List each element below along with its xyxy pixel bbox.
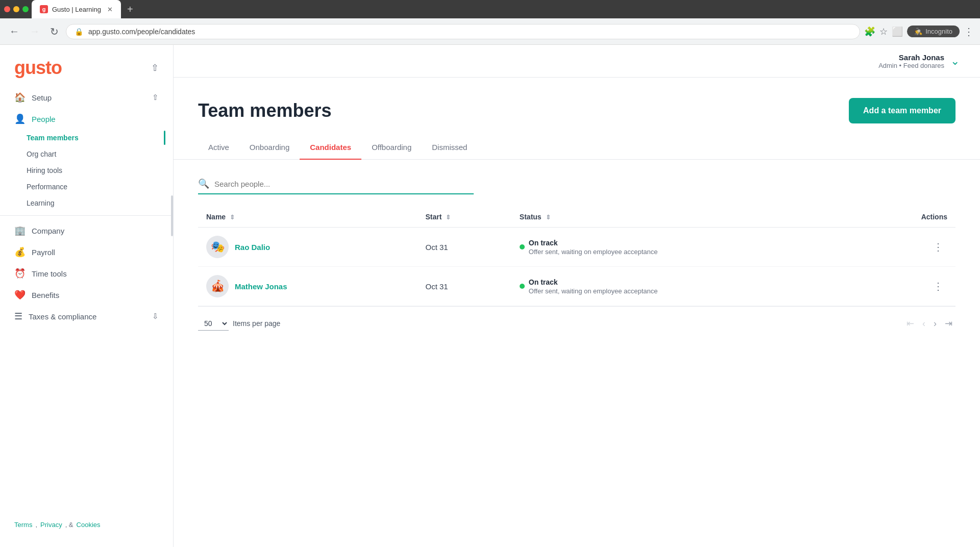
search-input[interactable] (214, 180, 474, 188)
cookies-link[interactable]: Cookies (77, 521, 101, 529)
row-2-start: Oct 31 (417, 267, 511, 306)
person-link-rao[interactable]: Rao Dalio (235, 243, 270, 252)
sidebar-item-setup[interactable]: 🏠 Setup ⇧ (0, 87, 173, 108)
forward-button[interactable]: → (27, 22, 43, 40)
person-link-mathew[interactable]: Mathew Jonas (235, 282, 287, 291)
sidebar-company-label: Company (32, 227, 64, 235)
benefits-icon: ❤️ (14, 289, 26, 300)
sidebar-sub-item-learning[interactable]: Learning (0, 195, 173, 211)
privacy-link[interactable]: Privacy (40, 521, 62, 529)
status-row: On track Offer sent, waiting on employee… (520, 239, 851, 256)
sidebar-sub-item-team-members[interactable]: Team members (0, 130, 173, 146)
sidebar-taxes-label: Taxes & compliance (29, 312, 96, 321)
table-row: 🎭 Rao Dalio Oct 31 On track (198, 228, 955, 267)
tab-candidates[interactable]: Candidates (300, 136, 361, 160)
people-icon: 👤 (14, 113, 26, 124)
status-label: On track (529, 239, 658, 247)
tab-dismissed[interactable]: Dismissed (422, 136, 477, 160)
per-page-select[interactable]: 50 10 25 100 (198, 317, 229, 331)
taxes-chevron-down-icon: ⇩ (152, 312, 159, 321)
reload-button[interactable]: ↻ (47, 22, 62, 41)
tab-search-button[interactable]: ⬜ (892, 26, 903, 37)
col-start[interactable]: Start ⇕ (417, 207, 511, 228)
sidebar-item-time-tools[interactable]: ⏰ Time tools (0, 263, 173, 284)
sidebar-collapse-btn[interactable]: ⇧ (151, 62, 159, 73)
scroll-track (171, 45, 173, 547)
user-role: Admin • Feed donares (878, 62, 944, 69)
incognito-badge: 🕵️ Incognito (907, 26, 960, 37)
table-area: Name ⇕ Start ⇕ Status ⇕ (174, 194, 980, 353)
sidebar-item-benefits[interactable]: ❤️ Benefits (0, 284, 173, 306)
sidebar-sub-item-hiring-tools[interactable]: Hiring tools (0, 162, 173, 179)
status-sub: Offer sent, waiting on employee acceptan… (529, 248, 658, 256)
person-cell: 🎪 Mathew Jonas (206, 275, 409, 297)
time-tools-icon: ⏰ (14, 268, 26, 279)
page-last-button[interactable]: ⇥ (942, 315, 955, 332)
table-row: 🎪 Mathew Jonas Oct 31 On track (198, 267, 955, 306)
row-2-actions-button[interactable]: ⋮ (929, 278, 947, 294)
sidebar-item-taxes[interactable]: ☰ Taxes & compliance ⇩ (0, 306, 173, 327)
tab-favicon: g (40, 5, 48, 13)
person-cell: 🎭 Rao Dalio (206, 236, 409, 258)
row-2-actions: ⋮ (860, 267, 955, 306)
team-members-label: Team members (27, 134, 79, 142)
status-label: On track (529, 278, 658, 286)
sidebar-item-payroll[interactable]: 💰 Payroll (0, 241, 173, 263)
new-tab-icon[interactable]: + (123, 4, 137, 15)
search-area: 🔍 (174, 160, 980, 194)
tab-active[interactable]: Active (198, 136, 239, 160)
status-sub: Offer sent, waiting on employee acceptan… (529, 287, 658, 295)
logo: gusto (14, 57, 62, 79)
tab-onboarding[interactable]: Onboarding (239, 136, 300, 160)
sort-name-icon: ⇕ (230, 214, 235, 221)
address-bar[interactable]: 🔒 app.gusto.com/people/candidates (66, 24, 860, 39)
active-tab[interactable]: g Gusto | Learning ✕ (32, 0, 121, 18)
tabs-container: Active Onboarding Candidates Offboarding… (174, 136, 980, 160)
hiring-tools-label: Hiring tools (27, 166, 62, 174)
org-chart-label: Org chart (27, 150, 56, 158)
page-nav: ⇤ ‹ › ⇥ (903, 315, 955, 332)
user-menu[interactable]: Sarah Jonas Admin • Feed donares ⌄ (878, 53, 960, 69)
learning-label: Learning (27, 199, 55, 207)
menu-button[interactable]: ⋮ (964, 26, 974, 38)
sidebar-item-people[interactable]: 👤 People (0, 108, 173, 130)
scroll-thumb (171, 195, 173, 236)
sidebar-item-company[interactable]: 🏢 Company (0, 220, 173, 241)
col-status[interactable]: Status ⇕ (511, 207, 860, 228)
tab-close-icon[interactable]: ✕ (107, 6, 113, 13)
sidebar-item-label: Setup (32, 93, 52, 102)
company-icon: 🏢 (14, 225, 26, 236)
extensions-button[interactable]: 🧩 (864, 26, 875, 37)
sidebar-benefits-label: Benefits (32, 291, 59, 299)
terms-link[interactable]: Terms (14, 521, 32, 529)
avatar: 🎪 (206, 275, 229, 297)
sidebar-sub-item-performance[interactable]: Performance (0, 179, 173, 195)
search-container: 🔍 (198, 174, 474, 194)
row-2-name-cell: 🎪 Mathew Jonas (198, 267, 417, 306)
page-first-button[interactable]: ⇤ (903, 315, 917, 332)
row-1-actions: ⋮ (860, 228, 955, 267)
back-button[interactable]: ← (6, 22, 22, 40)
add-team-member-button[interactable]: Add a team member (849, 98, 955, 123)
row-1-actions-button[interactable]: ⋮ (929, 239, 947, 255)
bookmark-button[interactable]: ☆ (879, 26, 888, 37)
taxes-icon: ☰ (14, 311, 22, 322)
row-1-status: On track Offer sent, waiting on employee… (511, 228, 860, 267)
sidebar-footer: Terms , Privacy , & Cookies (0, 509, 173, 537)
avatar: 🎭 (206, 236, 229, 258)
page-prev-button[interactable]: ‹ (919, 315, 928, 332)
page-next-button[interactable]: › (930, 315, 940, 332)
search-icon: 🔍 (198, 178, 209, 189)
sidebar-sub-item-org-chart[interactable]: Org chart (0, 146, 173, 162)
per-page: 50 10 25 100 Items per page (198, 317, 280, 331)
pagination: 50 10 25 100 Items per page ⇤ ‹ › ⇥ (198, 306, 955, 340)
setup-icon: 🏠 (14, 92, 26, 103)
row-1-start: Oct 31 (417, 228, 511, 267)
user-name: Sarah Jonas (878, 53, 944, 62)
row-1-name-cell: 🎭 Rao Dalio (198, 228, 417, 267)
tab-offboarding[interactable]: Offboarding (361, 136, 422, 160)
page-title: Team members (198, 100, 331, 121)
status-dot (520, 284, 525, 289)
row-2-status: On track Offer sent, waiting on employee… (511, 267, 860, 306)
col-name[interactable]: Name ⇕ (198, 207, 417, 228)
